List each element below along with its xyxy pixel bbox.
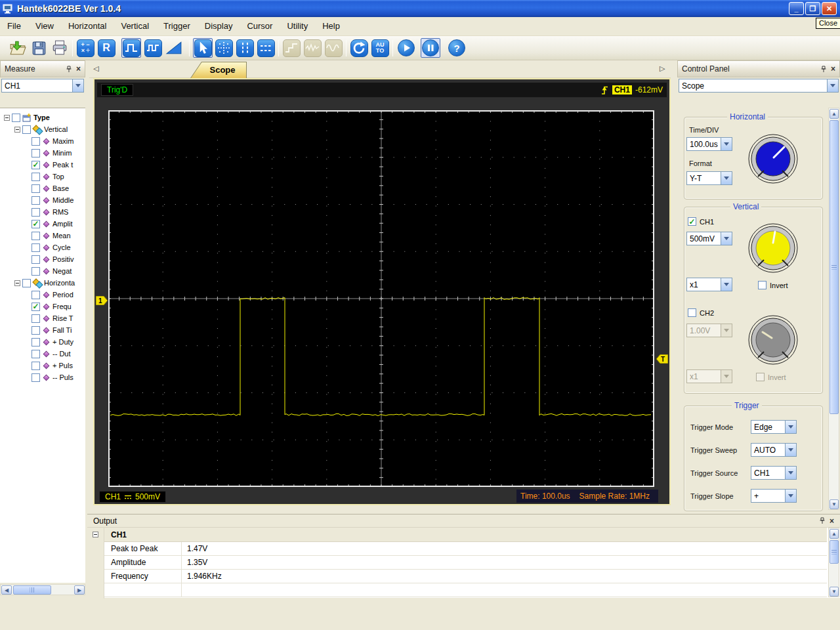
checkbox[interactable] [32,149,40,158]
trigger-level-marker[interactable]: T [656,354,668,364]
checkbox[interactable] [32,255,40,264]
tree-item-period[interactable]: Period [0,289,85,301]
menu-trigger[interactable]: Trigger [156,17,198,35]
checkbox[interactable]: ✓ [32,161,40,169]
checkbox[interactable] [32,208,40,217]
pin-icon[interactable] [66,66,72,73]
tree-item-positive[interactable]: Positiv [0,253,85,265]
refresh-button[interactable] [349,38,369,58]
checkbox[interactable] [32,350,40,358]
tree-item-mean[interactable]: Mean [0,230,85,242]
close-button[interactable]: ✕ [822,2,837,15]
timediv-select[interactable]: 100.0us [686,137,732,151]
ch2-invert[interactable]: Invert [756,373,786,381]
ch2-invert-checkbox[interactable] [756,373,765,381]
vertical-checkbox[interactable] [22,125,31,134]
scroll-thumb[interactable] [830,120,839,414]
table-row[interactable]: Peak to Peak 1.47V [104,542,827,556]
close-panel-icon[interactable]: × [831,66,835,72]
checkbox[interactable] [32,267,40,276]
chevron-down-icon[interactable] [785,490,796,502]
scroll-right-button[interactable]: ▶ [74,585,85,595]
ch1-volts-select[interactable]: 500mV [686,232,732,245]
tree-item-neg-duty[interactable]: -- Dut [0,348,85,360]
trigger-sweep-select[interactable]: AUTO [751,443,797,457]
tab-scroll-left-icon[interactable]: ◁ [93,64,98,73]
close-panel-icon[interactable]: × [830,518,834,524]
tree-item-cycle[interactable]: Cycle [0,242,85,253]
checkbox[interactable] [32,338,40,346]
math-button[interactable]: + −× ÷ [75,38,95,58]
auto-set-button[interactable]: AUTO [370,38,390,58]
scroll-down-button[interactable]: ▼ [830,587,839,597]
start-button[interactable] [396,38,416,58]
collapse-icon[interactable] [4,115,10,121]
tree-item-frequency[interactable]: ✓Frequ [0,301,85,312]
menu-help[interactable]: Help [315,17,347,35]
tree-item-pos-pulse[interactable]: + Puls [0,360,85,371]
tree-item-rise-time[interactable]: Rise T [0,312,85,324]
menu-horizontal[interactable]: Horizontal [61,17,114,35]
trigger-mode-select[interactable]: Edge [751,420,797,434]
reference-button[interactable]: R [96,38,116,58]
menu-utility[interactable]: Utility [280,17,315,35]
checkbox[interactable] [32,326,40,335]
chevron-down-icon[interactable] [721,232,732,245]
table-row[interactable]: Frequency 1.946KHz [104,570,827,583]
ch1-probe-select[interactable]: x1 [686,278,732,291]
step-wave-button[interactable] [282,38,301,58]
menu-cursor[interactable]: Cursor [240,17,280,35]
print-button[interactable] [50,38,70,58]
tree-item-negative[interactable]: Negat [0,265,85,277]
tree-item-minimum[interactable]: Minim [0,147,85,159]
close-panel-icon[interactable]: × [76,66,81,72]
vertical-cursors-button[interactable] [235,38,255,58]
checkbox[interactable]: ✓ [32,220,40,228]
pulse2-display-button[interactable] [143,38,163,58]
timebase-knob[interactable] [747,133,799,185]
cross-cursor-button[interactable] [214,38,234,58]
output-scrollbar[interactable]: ▲ ▼ [828,528,839,597]
checkbox[interactable]: ✓ [32,303,40,311]
ramp-display-button[interactable] [164,38,184,58]
chevron-down-icon[interactable] [721,370,732,383]
pin-icon[interactable] [820,66,827,73]
ch1-position-knob[interactable] [747,222,799,274]
scroll-up-button[interactable]: ▲ [830,109,839,119]
tree-group-horizontal[interactable]: Horizonta [0,277,85,289]
menu-display[interactable]: Display [198,17,240,35]
checkbox[interactable] [32,362,40,370]
pause-button[interactable] [421,38,440,58]
type-checkbox[interactable] [12,114,20,122]
menu-file[interactable]: File [0,17,28,35]
cursor-select-button[interactable] [193,38,213,58]
chevron-down-icon[interactable] [72,79,83,92]
chevron-down-icon[interactable] [785,444,796,456]
checkbox[interactable] [32,243,40,252]
minimize-button[interactable]: _ [789,2,804,15]
checkbox[interactable] [32,184,40,193]
checkbox[interactable] [32,173,40,181]
ch1-checkbox[interactable]: ✓ [688,217,696,226]
tree-item-maximum[interactable]: Maxim [0,135,85,147]
output-group-row[interactable]: CH1 [104,528,827,542]
scroll-down-button[interactable]: ▼ [830,499,839,509]
scroll-up-button[interactable]: ▲ [830,529,839,539]
chevron-down-icon[interactable] [785,467,796,479]
checkbox[interactable] [32,137,40,146]
channel1-position-marker[interactable]: 1 [96,296,108,305]
chevron-down-icon[interactable] [827,79,838,92]
chevron-down-icon[interactable] [785,421,796,433]
control-panel-scrollbar[interactable]: ▲ ▼ [828,108,839,510]
sine-wave-button[interactable] [324,38,343,58]
control-mode-select[interactable]: Scope [679,79,839,93]
ch1-invert-checkbox[interactable] [758,281,766,289]
noise-wave-button[interactable] [303,38,322,58]
ch1-enable[interactable]: ✓ CH1 [688,217,714,226]
pin-icon[interactable] [819,517,826,524]
checkbox[interactable] [32,196,40,205]
tab-scope[interactable]: Scope [190,62,247,78]
tree-item-type[interactable]: Type [0,112,85,123]
tree-item-fall-time[interactable]: Fall Ti [0,324,85,336]
tree-item-peak-to-peak[interactable]: ✓Peak t [0,159,85,171]
